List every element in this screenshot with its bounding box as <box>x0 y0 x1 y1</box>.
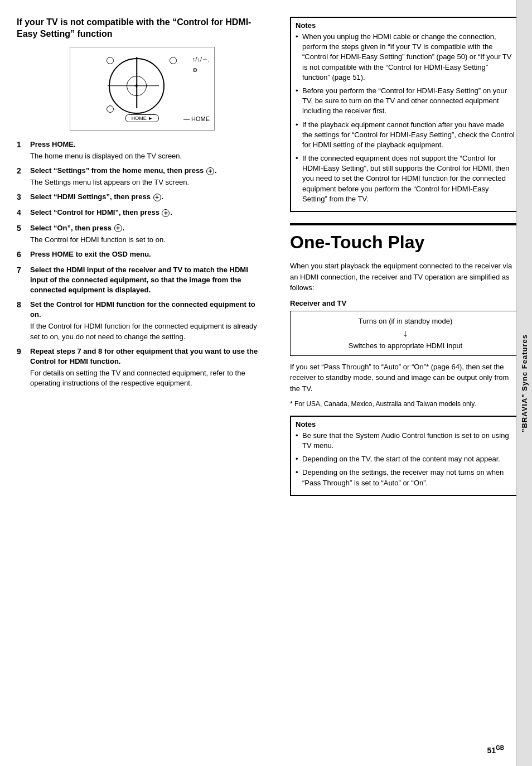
step-8: 8 Set the Control for HDMI function for … <box>17 300 268 342</box>
side-label-container: "BRAVIA" Sync Features <box>516 0 532 766</box>
notes-top-title: Notes <box>296 21 515 30</box>
step-8-content: Set the Control for HDMI function for th… <box>30 300 268 342</box>
corner-circle-tl <box>107 57 114 64</box>
notes-bottom-item-3: Depending on the settings, the receiver … <box>296 468 515 488</box>
step-6-bold: Press HOME to exit the OSD menu. <box>30 250 151 258</box>
step-1-content: Press HOME. The home menu is displayed o… <box>30 139 268 161</box>
one-touch-play-intro: When you start playback the equipment co… <box>290 261 521 293</box>
flow-arrow: ↓ <box>302 327 509 339</box>
step-5-num: 5 <box>17 223 28 234</box>
step-3-num: 3 <box>17 192 28 203</box>
inner-circle-label: ✚ <box>134 83 139 89</box>
notes-bottom-item-1: Be sure that the System Audio Control fu… <box>296 431 515 451</box>
step-4: 4 Select “Control for HDMI”, then press … <box>17 208 268 219</box>
circle-plus-5: + <box>114 224 122 232</box>
step-8-bold: Set the Control for HDMI function for th… <box>30 300 255 319</box>
corner-circle-tr <box>170 57 177 64</box>
side-label-text: "BRAVIA" Sync Features <box>520 334 529 432</box>
notes-top-item-2: Before you perform the “Control for HDMI… <box>296 86 515 117</box>
step-9-content: Repeat steps 7 and 8 for other equipment… <box>30 346 268 389</box>
remote-diagram: ✚ HOME ► ↑/↓/→, ⊕ — HOME <box>70 47 215 131</box>
step-2-bold: Select “Settings” from the home menu, th… <box>30 166 217 175</box>
circle-plus-3: + <box>153 194 161 201</box>
steps-list: 1 Press HOME. The home menu is displayed… <box>17 139 268 389</box>
receiver-tv-label: Receiver and TV <box>290 299 521 307</box>
step-9-bold: Repeat steps 7 and 8 for other equipment… <box>30 347 258 365</box>
step-1-bold: Press HOME. <box>30 140 76 148</box>
notes-bottom-item-2: Depending on the TV, the start of the co… <box>296 454 515 464</box>
step-5-sub: The Control for HDMI function is set to … <box>30 235 268 245</box>
step-6-num: 6 <box>17 249 28 261</box>
right-section: Notes When you unplug the HDMI cable or … <box>279 17 521 749</box>
footnote: * For USA, Canada, Mexico, Australia and… <box>290 399 521 409</box>
step-7-num: 7 <box>17 265 28 276</box>
notes-top-item-3: If the playback equipment cannot functio… <box>296 120 515 151</box>
one-touch-play-body2: If you set “Pass Through” to “Auto” or “… <box>290 362 521 394</box>
step-8-num: 8 <box>17 300 28 311</box>
left-section: If your TV is not compatible with the “C… <box>17 17 279 749</box>
step-7: 7 Select the HDMI input of the receiver … <box>17 265 268 296</box>
circle-plus-4: + <box>162 209 170 217</box>
home-button-diagram: HOME ► <box>125 114 159 122</box>
notes-top-list: When you unplug the HDMI cable or change… <box>296 32 515 204</box>
left-section-title: If your TV is not compatible with the “C… <box>17 17 268 40</box>
step-1-num: 1 <box>17 139 28 151</box>
flow-step-1: Turns on (if in standby mode) <box>302 317 509 325</box>
step-8-sub: If the Control for HDMI function for the… <box>30 321 268 341</box>
step-4-num: 4 <box>17 208 28 219</box>
step-4-content: Select “Control for HDMI”, then press +. <box>30 208 268 218</box>
plus-label: ⊕ <box>192 65 210 76</box>
step-9: 9 Repeat steps 7 and 8 for other equipme… <box>17 346 268 389</box>
step-7-bold: Select the HDMI input of the receiver an… <box>30 266 248 294</box>
step-5-bold: Select “On”, then press +. <box>30 224 124 232</box>
step-5: 5 Select “On”, then press +. The Control… <box>17 223 268 245</box>
step-3-bold: Select “HDMI Settings”, then press +. <box>30 192 163 201</box>
arrow-label: ↑/↓/→, <box>192 54 210 65</box>
page-num-superscript: GB <box>496 745 504 751</box>
notes-bottom-box: Notes Be sure that the System Audio Cont… <box>290 416 521 496</box>
step-7-content: Select the HDMI input of the receiver an… <box>30 265 268 296</box>
step-3-content: Select “HDMI Settings”, then press +. <box>30 192 268 202</box>
step-1: 1 Press HOME. The home menu is displayed… <box>17 139 268 161</box>
section-divider <box>290 223 521 225</box>
page-number: 51GB <box>487 745 504 755</box>
step-9-num: 9 <box>17 346 28 358</box>
step-6: 6 Press HOME to exit the OSD menu. <box>17 249 268 261</box>
step-4-bold: Select “Control for HDMI”, then press +. <box>30 208 172 216</box>
step-2-num: 2 <box>17 166 28 177</box>
diagram-right-labels: ↑/↓/→, ⊕ <box>192 54 210 76</box>
notes-top-box: Notes When you unplug the HDMI cable or … <box>290 17 521 212</box>
step-9-sub: For details on setting the TV and connec… <box>30 368 268 388</box>
notes-top-item-4: If the connected equipment does not supp… <box>296 153 515 204</box>
step-3: 3 Select “HDMI Settings”, then press +. <box>17 192 268 203</box>
home-right-label: — HOME <box>183 115 210 122</box>
step-2-content: Select “Settings” from the home menu, th… <box>30 166 268 187</box>
notes-bottom-list: Be sure that the System Audio Control fu… <box>296 431 515 488</box>
notes-top-item-1: When you unplug the HDMI cable or change… <box>296 32 515 83</box>
notes-bottom-title: Notes <box>296 420 515 428</box>
step-5-content: Select “On”, then press +. The Control f… <box>30 223 268 245</box>
corner-circle-bl <box>107 105 114 113</box>
circle-plus-2: + <box>206 167 214 175</box>
step-2-sub: The Settings menu list appears on the TV… <box>30 177 268 187</box>
step-1-sub: The home menu is displayed on the TV scr… <box>30 151 268 161</box>
flow-step-2: Switches to appropriate HDMI input <box>302 341 509 350</box>
flow-diagram: Turns on (if in standby mode) ↓ Switches… <box>290 311 521 356</box>
step-2: 2 Select “Settings” from the home menu, … <box>17 166 268 187</box>
step-6-content: Press HOME to exit the OSD menu. <box>30 249 268 259</box>
page-num-value: 51 <box>487 746 496 755</box>
one-touch-play-title: One-Touch Play <box>290 232 521 253</box>
